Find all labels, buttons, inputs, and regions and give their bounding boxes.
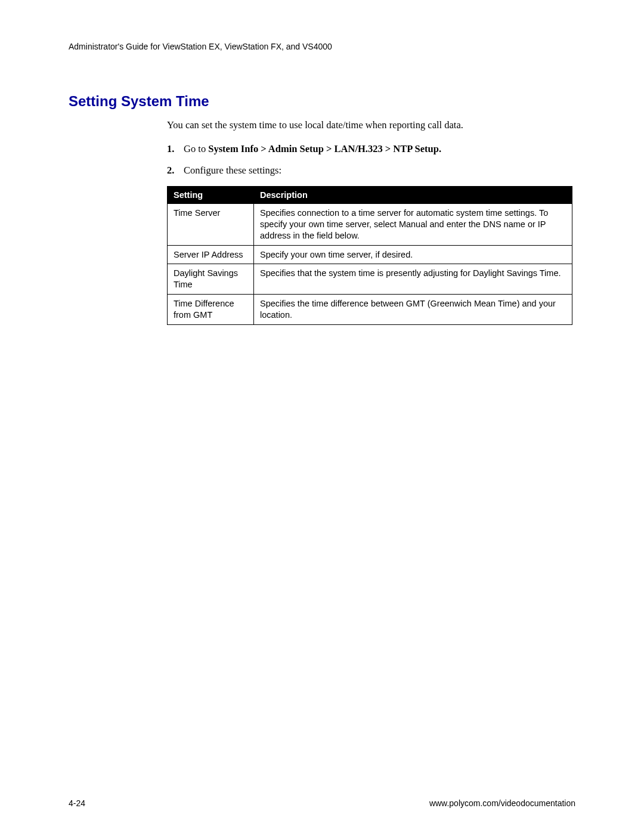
cell-setting: Daylight Savings Time <box>168 264 254 295</box>
page-number: 4-24 <box>69 798 85 808</box>
cell-setting: Time Difference from GMT <box>168 295 254 325</box>
step-1-path: System Info > Admin Setup > LAN/H.323 > … <box>208 143 441 154</box>
step-2: 2. Configure these settings: <box>167 165 575 176</box>
step-1-prefix: Go to <box>184 143 208 154</box>
cell-description: Specifies that the system time is presen… <box>254 264 572 295</box>
step-1-number: 1. <box>167 143 184 155</box>
table-row: Time Server Specifies connection to a ti… <box>168 204 572 246</box>
table-row: Daylight Savings Time Specifies that the… <box>168 264 572 295</box>
footer-url: www.polycom.com/videodocumentation <box>429 798 575 808</box>
step-1: 1. Go to System Info > Admin Setup > LAN… <box>167 143 575 155</box>
table-row: Server IP Address Specify your own time … <box>168 245 572 264</box>
cell-description: Specifies the time difference between GM… <box>254 295 572 325</box>
step-2-number: 2. <box>167 165 184 176</box>
cell-setting: Server IP Address <box>168 245 254 264</box>
table-header-description: Description <box>254 187 572 204</box>
table-header-setting: Setting <box>168 187 254 204</box>
table-row: Time Difference from GMT Specifies the t… <box>168 295 572 325</box>
settings-table: Setting Description Time Server Specifie… <box>167 186 572 325</box>
cell-description: Specifies connection to a time server fo… <box>254 204 572 246</box>
step-1-content: Go to System Info > Admin Setup > LAN/H.… <box>184 143 575 155</box>
step-2-content: Configure these settings: <box>184 165 575 176</box>
section-heading: Setting System Time <box>69 93 575 110</box>
cell-setting: Time Server <box>168 204 254 246</box>
intro-paragraph: You can set the system time to use local… <box>167 119 575 131</box>
cell-description: Specify your own time server, if desired… <box>254 245 572 264</box>
page-header: Administrator's Guide for ViewStation EX… <box>69 42 575 51</box>
